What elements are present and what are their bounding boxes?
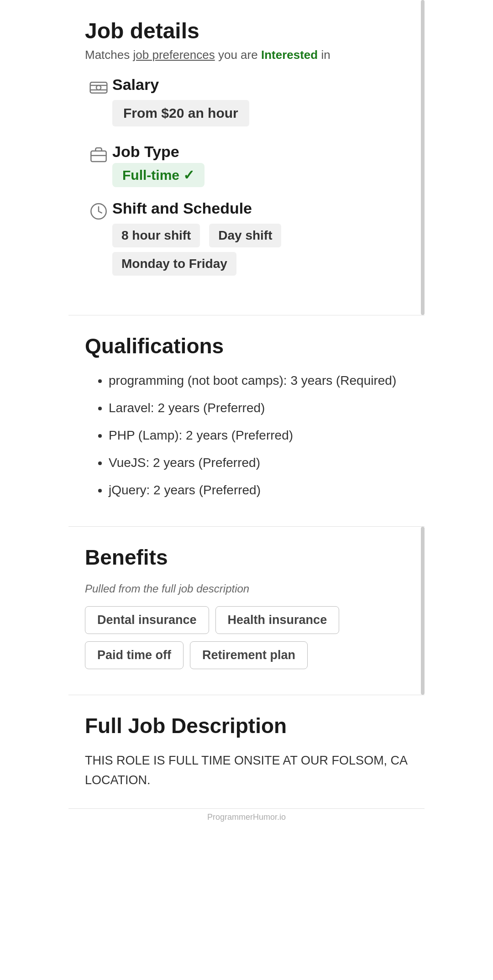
job-preferences-link[interactable]: job preferences [133,48,215,62]
briefcase-icon [89,146,108,164]
shift-schedule-row: Shift and Schedule 8 hour shift Day shif… [85,199,408,280]
job-type-label: Job Type [112,143,408,161]
qualifications-list: programming (not boot camps): 3 years (R… [85,371,408,500]
matches-text: Matches job preferences you are Interest… [85,48,408,62]
full-job-description-section: Full Job Description THIS ROLE IS FULL T… [68,695,425,809]
benefit-tag-1: Health insurance [215,606,340,634]
salary-content: Salary From $20 an hour [112,76,408,126]
shift-schedule-label: Shift and Schedule [112,199,408,217]
qual-item-0: programming (not boot camps): 3 years (R… [109,371,408,390]
job-type-row: Job Type Full-time✓ [85,143,408,183]
shift-tag-1: Day shift [209,224,281,247]
job-details-title: Job details [85,18,408,43]
salary-icon [89,79,108,97]
benefit-tag-0: Dental insurance [85,606,209,634]
qual-item-1: Laravel: 2 years (Preferred) [109,398,408,418]
benefit-tag-2: Paid time off [85,641,184,669]
interested-label: Interested [261,48,318,62]
svg-rect-0 [90,82,107,93]
clock-icon [89,202,108,220]
checkmark-icon: ✓ [183,168,194,183]
benefits-section: Benefits Pulled from the full job descri… [68,527,425,695]
svg-rect-4 [91,151,106,162]
shift-tags: 8 hour shift Day shift Monday to Friday [112,224,408,280]
salary-label: Salary [112,76,408,94]
shift-schedule-content: Shift and Schedule 8 hour shift Day shif… [112,199,408,280]
job-type-content: Job Type Full-time✓ [112,143,408,183]
benefits-tags: Dental insurance Health insurance Paid t… [85,606,408,676]
qual-item-2: PHP (Lamp): 2 years (Preferred) [109,426,408,445]
watermark: ProgrammerHumor.io [68,809,425,826]
full-job-description-text: THIS ROLE IS FULL TIME ONSITE AT OUR FOL… [85,751,408,790]
benefits-title: Benefits [85,545,408,570]
salary-icon-wrap [85,79,112,97]
salary-value: From $20 an hour [112,100,249,126]
matches-middle: you are [215,48,261,62]
job-details-section: Job details Matches job preferences you … [68,0,425,315]
job-type-icon-wrap [85,146,112,164]
svg-point-1 [96,85,101,90]
qual-item-4: jQuery: 2 years (Preferred) [109,481,408,500]
benefits-subtitle: Pulled from the full job description [85,582,408,595]
matches-prefix: Matches [85,48,133,62]
benefit-tag-3: Retirement plan [190,641,308,669]
qualifications-title: Qualifications [85,334,408,358]
shift-tag-0: 8 hour shift [112,224,200,247]
clock-icon-wrap [85,202,112,220]
scrollbar-indicator-2[interactable] [421,527,425,695]
job-type-value: Full-time✓ [112,163,205,187]
scrollbar-indicator[interactable] [421,0,425,315]
qualifications-section: Qualifications programming (not boot cam… [68,315,425,527]
shift-tag-2: Monday to Friday [112,252,236,276]
matches-suffix: in [318,48,330,62]
qual-item-3: VueJS: 2 years (Preferred) [109,453,408,472]
salary-row: Salary From $20 an hour [85,76,408,126]
full-job-description-title: Full Job Description [85,713,408,738]
